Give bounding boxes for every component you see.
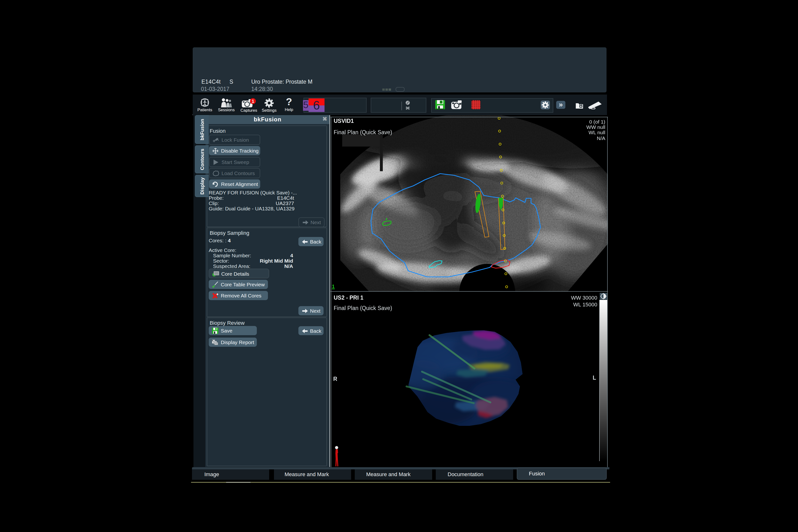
- svg-text:1: 1: [252, 99, 254, 104]
- svg-text:WL 15000: WL 15000: [573, 302, 597, 308]
- svg-text:US2 - PRI 1: US2 - PRI 1: [334, 294, 363, 301]
- svg-text:0 (of 1): 0 (of 1): [589, 119, 605, 125]
- svg-text:Final Plan (Quick Save): Final Plan (Quick Save): [334, 129, 392, 135]
- svg-text:N/A: N/A: [597, 135, 605, 141]
- svg-text:WW 30000: WW 30000: [571, 295, 597, 301]
- svg-text:L: L: [593, 375, 596, 381]
- svg-text:D: D: [440, 100, 442, 104]
- svg-text:R: R: [333, 376, 337, 382]
- svg-text:WL null: WL null: [589, 130, 605, 135]
- svg-text:1: 1: [332, 283, 335, 289]
- svg-text:Final Plan (Quick Save): Final Plan (Quick Save): [334, 305, 392, 311]
- svg-text:WW null: WW null: [586, 124, 605, 130]
- svg-text:USVID1: USVID1: [334, 118, 354, 124]
